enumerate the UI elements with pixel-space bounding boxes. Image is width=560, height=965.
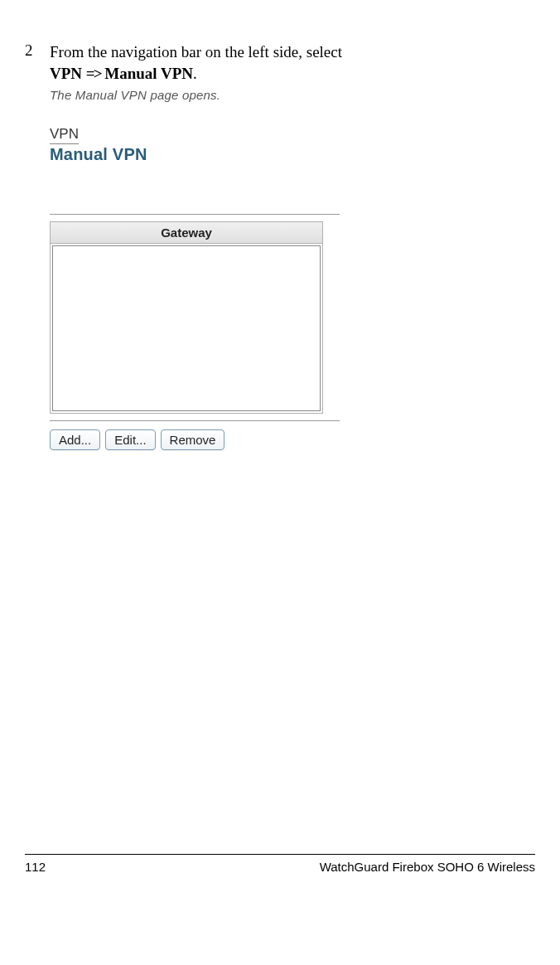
gateway-table: Gateway [50,221,323,414]
edit-button[interactable]: Edit... [105,429,155,450]
footer-row: 112 WatchGuard Firebox SOHO 6 Wireless [25,860,535,874]
gateway-column-header: Gateway [51,222,322,244]
breadcrumb: VPN Manual VPN [50,126,340,164]
arrow-icon: => [86,65,101,82]
page-footer: 112 WatchGuard Firebox SOHO 6 Wireless [0,854,560,874]
breadcrumb-current: Manual VPN [50,145,340,164]
period: . [193,65,197,82]
nav-path-manual-vpn: Manual VPN [104,65,193,82]
instruction-step: 2 From the navigation bar on the left si… [25,41,535,124]
step-text-prefix: From the navigation bar on the left side… [50,43,342,61]
manual-vpn-screenshot: VPN Manual VPN Gateway Add... Edit... Re… [50,126,340,450]
breadcrumb-parent: VPN [50,126,79,144]
page-number: 112 [25,860,46,874]
step-body: From the navigation bar on the left side… [50,41,535,124]
button-row: Add... Edit... Remove [50,429,340,450]
gateway-listbox[interactable] [52,245,321,411]
gateway-body-wrap [51,244,322,413]
divider-top [50,214,340,215]
add-button[interactable]: Add... [50,429,100,450]
footer-rule [25,854,535,855]
page-content: 2 From the navigation bar on the left si… [0,0,560,450]
remove-button[interactable]: Remove [161,429,225,450]
divider-bottom [50,420,340,421]
footer-title: WatchGuard Firebox SOHO 6 Wireless [320,860,535,874]
step-number: 2 [25,41,50,60]
nav-path-vpn: VPN [50,65,82,82]
step-result-note: The Manual VPN page opens. [50,87,535,104]
